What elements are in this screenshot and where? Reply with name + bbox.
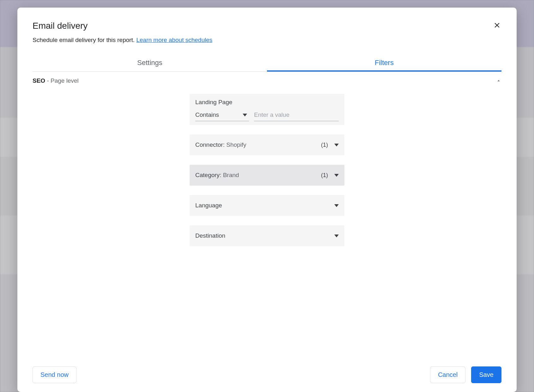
filter-list: Landing Page Contains Connector: Shopify…	[190, 94, 344, 246]
section-suffix: - Page level	[45, 77, 79, 84]
chevron-down-icon	[334, 144, 339, 146]
filter-landing-page: Landing Page Contains	[190, 94, 344, 125]
email-delivery-dialog: Email delivery Schedule email delivery f…	[17, 8, 517, 392]
send-now-button[interactable]: Send now	[33, 366, 76, 383]
dialog-footer: Send now Cancel Save	[17, 363, 517, 392]
tab-settings[interactable]: Settings	[33, 56, 267, 71]
connector-value: Shopify	[226, 141, 246, 148]
category-value: Brand	[223, 172, 239, 178]
operator-select[interactable]: Contains	[195, 110, 249, 121]
cancel-button[interactable]: Cancel	[430, 366, 465, 383]
subtitle-text: Schedule email delivery for this report.	[33, 37, 136, 43]
dialog-subtitle: Schedule email delivery for this report.…	[33, 37, 501, 44]
language-label: Language	[195, 202, 222, 209]
category-label-wrap: Category: Brand	[195, 172, 239, 179]
connector-label: Connector	[195, 141, 223, 148]
save-button[interactable]: Save	[471, 366, 501, 383]
section-title: SEO - Page level	[33, 77, 79, 84]
operator-value: Contains	[195, 111, 219, 118]
close-button[interactable]	[491, 20, 503, 31]
filter-destination[interactable]: Destination	[190, 225, 344, 246]
dialog-body: SEO - Page level Landing Page Contains	[33, 72, 501, 363]
category-label: Category	[195, 172, 220, 178]
section-name: SEO	[33, 77, 45, 84]
chevron-up-icon	[496, 78, 501, 84]
connector-count: (1)	[321, 142, 328, 148]
category-count: (1)	[321, 172, 328, 179]
landing-page-label: Landing Page	[195, 99, 339, 106]
chevron-down-icon	[334, 235, 339, 237]
dialog-header: Email delivery Schedule email delivery f…	[17, 8, 517, 46]
landing-page-value-input[interactable]	[254, 110, 339, 121]
dialog-title: Email delivery	[33, 21, 501, 31]
learn-more-link[interactable]: Learn more about schedules	[136, 37, 212, 43]
chevron-down-icon	[334, 174, 339, 177]
tab-filters[interactable]: Filters	[267, 56, 501, 71]
chevron-down-icon	[243, 114, 247, 116]
filter-connector[interactable]: Connector: Shopify (1)	[190, 134, 344, 155]
filter-section-header[interactable]: SEO - Page level	[33, 72, 501, 90]
destination-label: Destination	[195, 232, 225, 239]
filter-language[interactable]: Language	[190, 195, 344, 216]
filter-category[interactable]: Category: Brand (1)	[190, 165, 344, 186]
close-icon	[493, 21, 501, 29]
connector-label-wrap: Connector: Shopify	[195, 141, 246, 148]
tab-bar: Settings Filters	[33, 56, 501, 72]
chevron-down-icon	[334, 204, 339, 207]
category-right: (1)	[321, 172, 339, 179]
connector-right: (1)	[321, 142, 339, 148]
